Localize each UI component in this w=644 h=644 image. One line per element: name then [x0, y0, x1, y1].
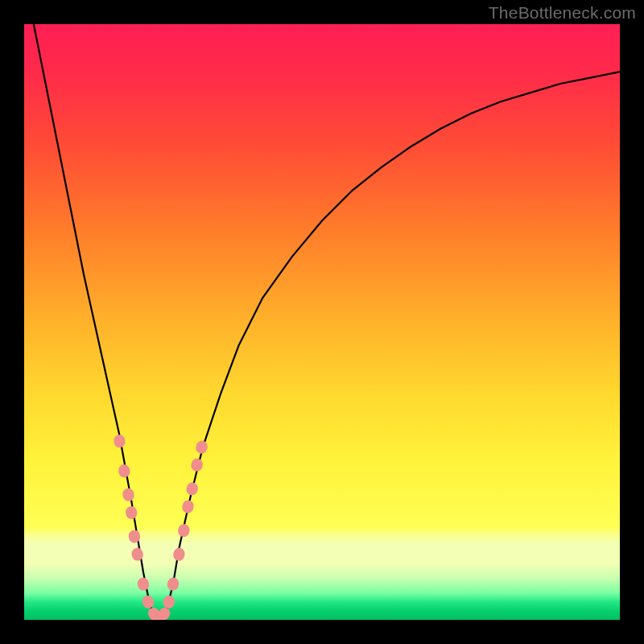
background-gradient: [24, 24, 620, 620]
watermark-text: TheBottleneck.com: [489, 3, 636, 23]
plot-area: [24, 24, 620, 620]
chart-frame: TheBottleneck.com: [0, 0, 644, 644]
svg-rect-0: [24, 24, 620, 620]
